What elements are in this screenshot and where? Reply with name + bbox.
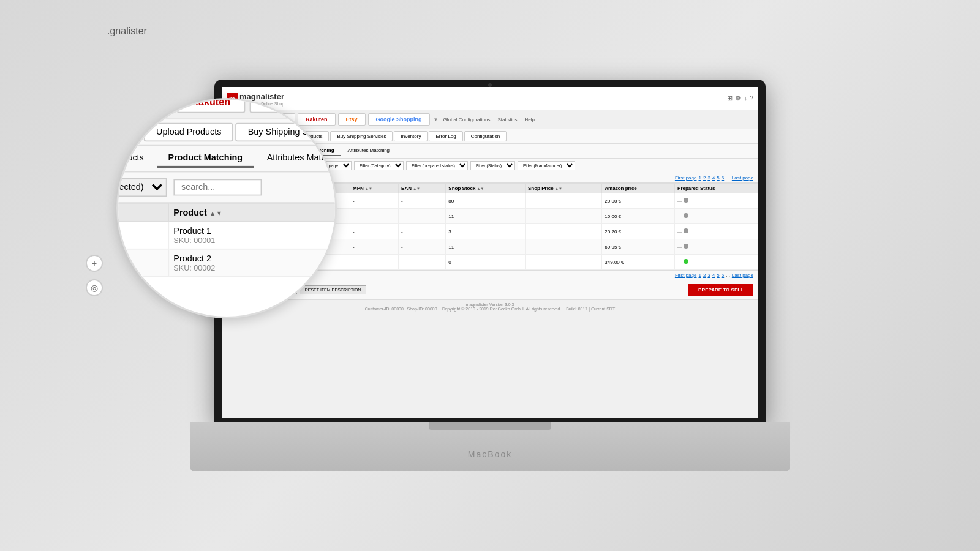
page-5[interactable]: 5	[717, 175, 719, 181]
tab-google-zoom[interactable]: Google Shopping	[303, 98, 337, 113]
plus-icon[interactable]: +	[86, 255, 103, 272]
subnav2-zoom: Create New Products Product Matching Att…	[116, 146, 337, 172]
page-controls-bottom: First page 1 2 3 4 5 6 ... Last page	[675, 272, 753, 278]
page-b3[interactable]: 3	[707, 272, 710, 278]
row-shop-price-1	[525, 193, 601, 209]
product-sort-zoom[interactable]: ▲▼	[209, 210, 222, 217]
eye-icon[interactable]: ◎	[86, 279, 103, 296]
help-link[interactable]: Help	[524, 117, 534, 122]
page-6[interactable]: 6	[722, 175, 724, 181]
products-table-zoom: Image Product ▲▼ MPN	[116, 203, 337, 277]
th-image-zoom: Image	[116, 204, 168, 222]
prepare-products-tab-zoom[interactable]: Prepare Products	[116, 123, 142, 142]
buy-shipping-tab-zoom[interactable]: Buy Shipping Services	[236, 123, 337, 142]
upload-products-tab-zoom[interactable]: Upload Products	[144, 123, 233, 142]
tab-attributes-matching[interactable]: Attributes Matching	[342, 146, 396, 156]
tab-amazon-zoom[interactable]: amazon	[116, 98, 117, 114]
th-ean[interactable]: EAN ▲▼	[399, 184, 446, 193]
row-mpn-1: -	[350, 193, 399, 209]
macbook-label: MacBook	[468, 449, 512, 459]
th-prepared-status: Prepared Status	[675, 184, 758, 193]
global-config[interactable]: Global Configurations	[443, 117, 490, 122]
first-page-link[interactable]: First page	[675, 175, 697, 181]
mpn-sort-icon[interactable]: ▲▼	[365, 187, 372, 190]
tab-google[interactable]: Google Shopping	[368, 113, 430, 126]
row-ean-2: -	[399, 209, 446, 224]
row-status-3: —	[675, 224, 758, 239]
laptop-screen-frame: m magnalister boost your Online Shop ama…	[214, 80, 766, 422]
category-filter[interactable]: Filter (Category)	[354, 161, 404, 170]
zoom-circle: m magnalister boost your Online Shop ama…	[116, 98, 337, 318]
page-b6[interactable]: 6	[722, 272, 724, 278]
selection-dropdown-zoom[interactable]: Selection (0 selected)	[116, 178, 167, 197]
tab-inventory[interactable]: Inventory	[394, 131, 428, 141]
table-row: Product 2 SKU: 00002 -	[116, 249, 337, 277]
product-matching-tab-zoom[interactable]: Product Matching	[157, 149, 254, 168]
row-amazon-price-3: 25,20 €	[602, 224, 675, 239]
row-status-5: —	[675, 255, 758, 270]
top-icons: ⊞ ⚙ ↓ ?	[727, 94, 753, 102]
stock-sort-icon[interactable]: ▲▼	[477, 187, 484, 190]
row-amazon-price-1: 20,00 €	[602, 193, 675, 209]
row-shop-price-3	[525, 224, 601, 239]
first-page-bottom[interactable]: First page	[675, 272, 697, 278]
row-stock-4: 11	[446, 239, 526, 255]
settings-icon[interactable]: ⚙	[735, 94, 741, 102]
page-b5[interactable]: 5	[717, 272, 719, 278]
tab-error-log[interactable]: Error Log	[429, 131, 462, 141]
row-ean-4: -	[399, 239, 446, 255]
page-b4[interactable]: 4	[712, 272, 715, 278]
help-icon[interactable]: ?	[750, 94, 753, 102]
row-mpn-2: -	[350, 209, 399, 224]
page-ellipsis: ...	[726, 175, 730, 181]
laptop-hinge	[429, 422, 551, 430]
status-dot-4	[684, 244, 688, 249]
search-input-zoom[interactable]	[173, 179, 262, 195]
page-4[interactable]: 4	[712, 175, 715, 181]
ean-sort-icon[interactable]: ▲▼	[413, 187, 420, 190]
page-b1[interactable]: 1	[698, 272, 701, 278]
price-sort-icon[interactable]: ▲▼	[555, 187, 562, 190]
product-name-2-zoom: Product 2 SKU: 00002	[168, 249, 337, 277]
row-ean-1: -	[399, 193, 446, 209]
dropdown-arrow[interactable]: ▼	[434, 117, 439, 122]
tab-buy-shipping[interactable]: Buy Shipping Services	[330, 131, 393, 141]
page-2[interactable]: 2	[703, 175, 706, 181]
status-dot-1	[684, 198, 688, 203]
status-dot-3	[684, 228, 688, 233]
page-controls: First page 1 2 3 4 5 6 ... Last page	[675, 175, 753, 181]
last-page-link[interactable]: Last page	[732, 175, 753, 181]
laptop-base: MacBook	[190, 422, 790, 471]
row-shop-price-4	[525, 239, 601, 255]
page-b2[interactable]: 2	[703, 272, 706, 278]
status-filter[interactable]: Filter (Status)	[470, 161, 515, 170]
download-icon[interactable]: ↓	[744, 94, 747, 102]
tab-configuration[interactable]: Configuration	[464, 131, 507, 141]
attributes-matching-tab-zoom[interactable]: Attributes Matching	[256, 149, 337, 168]
floating-title: .gnalister	[107, 26, 147, 37]
page-1[interactable]: 1	[698, 175, 701, 181]
page-3[interactable]: 3	[707, 175, 710, 181]
th-mpn[interactable]: MPN ▲▼	[350, 184, 399, 193]
row-shop-price-2	[525, 209, 601, 224]
tab-etsy-zoom[interactable]: Etsy	[249, 98, 299, 113]
row-mpn-5: -	[350, 255, 399, 270]
last-page-bottom[interactable]: Last page	[732, 272, 753, 278]
prepared-status-filter[interactable]: Filter (prepared status)	[406, 161, 468, 170]
row-ean-5: -	[399, 255, 446, 270]
tab-etsy[interactable]: Etsy	[338, 113, 366, 126]
grid-icon[interactable]: ⊞	[727, 94, 733, 102]
th-shop-price[interactable]: Shop Price ▲▼	[525, 184, 601, 193]
status-dot-5	[684, 259, 688, 264]
scene: .gnalister + ◎ m magnalister boost yo	[0, 0, 980, 551]
manufacturer-filter[interactable]: Filter (Manufacturer)	[518, 161, 575, 170]
ellipsis-bottom: ...	[726, 272, 730, 278]
create-products-tab-zoom[interactable]: Create New Products	[116, 149, 155, 168]
statistics-link[interactable]: Statistics	[497, 117, 517, 122]
tab-rakuten-zoom[interactable]: Rakuten	[177, 98, 245, 113]
tab-ebay-zoom[interactable]: ebay	[121, 98, 173, 113]
row-stock-1: 80	[446, 193, 526, 209]
th-stock[interactable]: Shop Stock ▲▼	[446, 184, 526, 193]
row-status-1: —	[675, 193, 758, 209]
prepare-to-sell-button[interactable]: PREPARE TO SELL	[688, 284, 753, 296]
